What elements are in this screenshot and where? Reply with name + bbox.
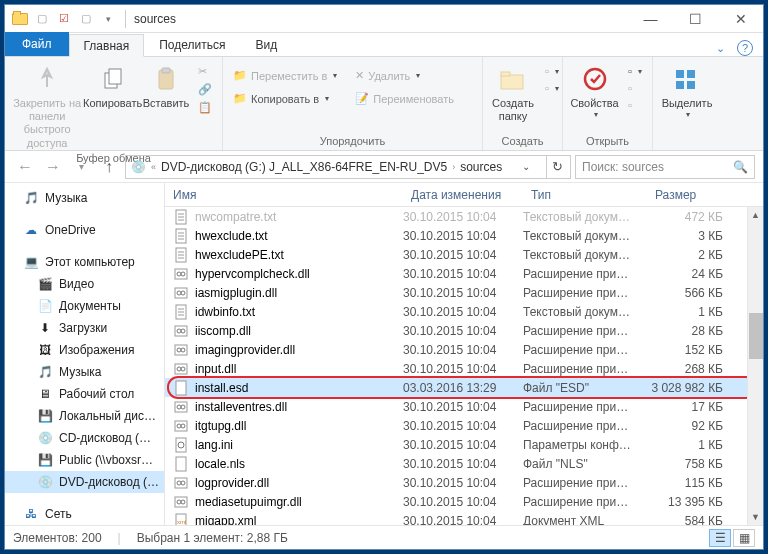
shortcut-icon: 📋 [198,101,212,114]
tree-cd[interactable]: 💿CD-дисковод (… [5,427,164,449]
file-row[interactable]: iiscomp.dll30.10.2015 10:04Расширение пр… [165,321,763,340]
tree-pictures[interactable]: 🖼Изображения [5,339,164,361]
svg-rect-9 [676,81,684,89]
music-icon: 🎵 [37,364,53,380]
maximize-button[interactable]: ☐ [673,5,718,33]
scroll-up-icon[interactable]: ▲ [748,207,763,223]
file-name: mediasetupuimgr.dll [195,495,302,509]
qat-properties-icon[interactable]: ▢ [33,10,51,28]
delete-icon: ✕ [355,69,364,82]
tab-share[interactable]: Поделиться [144,33,240,56]
file-row[interactable]: mediasetupuimgr.dll30.10.2015 10:04Расши… [165,492,763,511]
group-organize-label: Упорядочить [229,133,476,150]
file-row[interactable]: installeventres.dll30.10.2015 10:04Расши… [165,397,763,416]
scroll-thumb[interactable] [749,313,763,359]
file-row[interactable]: hwexcludePE.txt30.10.2015 10:04Текстовый… [165,245,763,264]
file-name: installeventres.dll [195,400,287,414]
tab-view[interactable]: Вид [240,33,292,56]
file-row[interactable]: locale.nls30.10.2015 10:04Файл "NLS"758 … [165,454,763,473]
col-name[interactable]: Имя [165,188,403,202]
tree-dvd[interactable]: 💿DVD-дисковод (… [5,471,164,493]
qat-dropdown-icon[interactable]: ▾ [99,10,117,28]
tree-network[interactable]: 🖧Сеть [5,503,164,525]
help-icon[interactable]: ? [737,40,753,56]
tree-onedrive[interactable]: ☁OneDrive [5,219,164,241]
file-list-panel: Имя Дата изменения Тип Размер nwcompatre… [165,183,763,525]
file-icon [173,228,189,244]
chevron-right-icon[interactable]: › [450,162,457,172]
file-row[interactable]: imagingprovider.dll30.10.2015 10:04Расши… [165,340,763,359]
tree-desktop[interactable]: 🖥Рабочий стол [5,383,164,405]
view-details-button[interactable]: ☰ [709,529,731,547]
file-row[interactable]: iasmigplugin.dll30.10.2015 10:04Расширен… [165,283,763,302]
downloads-icon: ⬇ [37,320,53,336]
search-input[interactable]: Поиск: sources 🔍 [575,155,755,179]
nav-tree[interactable]: 🎵Музыка ☁OneDrive 💻Этот компьютер 🎬Видео… [5,183,165,525]
network-drive-icon: 💾 [37,452,53,468]
address-bar[interactable]: 💿 « DVD-дисковод (G:) J_ALL_X86-64FRE_EN… [125,155,571,179]
file-icon: xml [173,513,189,526]
file-date: 30.10.2015 10:04 [403,419,523,433]
rename-icon: 📝 [355,92,369,105]
tab-file[interactable]: Файл [5,32,69,56]
address-dropdown-icon[interactable]: ⌄ [515,156,537,178]
column-headers[interactable]: Имя Дата изменения Тип Размер [165,183,763,207]
open-button[interactable]: ▫▾ [624,63,646,79]
tree-music2[interactable]: 🎵Музыка [5,361,164,383]
file-date: 30.10.2015 10:04 [403,305,523,319]
col-size[interactable]: Размер [647,188,763,202]
file-row[interactable]: xmlmigapp.xml30.10.2015 10:04Документ XM… [165,511,763,525]
recent-dropdown-icon[interactable]: ▾ [69,155,93,179]
qat-check-icon[interactable]: ☑ [55,10,73,28]
scrollbar[interactable]: ▲ ▼ [747,207,763,525]
properties-button[interactable]: Свойства▾ [569,59,620,120]
back-button[interactable]: ← [13,155,37,179]
file-name: install.esd [195,381,248,395]
file-row[interactable]: nwcompatre.txt30.10.2015 10:04Текстовый … [165,207,763,226]
file-list[interactable]: nwcompatre.txt30.10.2015 10:04Текстовый … [165,207,763,525]
tree-music[interactable]: 🎵Музыка [5,187,164,209]
copy-icon [101,63,125,95]
view-icons-button[interactable]: ▦ [733,529,755,547]
collapse-ribbon-icon[interactable]: ⌄ [716,42,725,55]
select-button[interactable]: Выделить▾ [659,59,715,120]
file-row[interactable]: itgtupg.dll30.10.2015 10:04Расширение пр… [165,416,763,435]
file-row[interactable]: input.dll30.10.2015 10:04Расширение при…… [165,359,763,378]
tab-home[interactable]: Главная [69,34,145,57]
refresh-button[interactable]: ↻ [546,156,568,178]
file-row[interactable]: hypervcomplcheck.dll30.10.2015 10:04Расш… [165,264,763,283]
scroll-down-icon[interactable]: ▼ [748,509,763,525]
history-button: ▫ [624,97,646,113]
tree-local[interactable]: 💾Локальный дис… [5,405,164,427]
col-date[interactable]: Дата изменения [403,188,523,202]
file-size: 24 КБ [647,267,763,281]
copy-to-button[interactable]: 📁Копировать в▾ [229,90,341,107]
status-count: Элементов: 200 [13,531,102,545]
address-bar-row: ← → ▾ ↑ 💿 « DVD-дисковод (G:) J_ALL_X86-… [5,151,763,183]
file-date: 30.10.2015 10:04 [403,476,523,490]
up-button[interactable]: ↑ [97,155,121,179]
svg-rect-10 [687,81,695,89]
titlebar: ▢ ☑ ▢ ▾ sources ― ☐ ✕ [5,5,763,33]
file-row[interactable]: hwexclude.txt30.10.2015 10:04Текстовый д… [165,226,763,245]
file-row[interactable]: idwbinfo.txt30.10.2015 10:04Текстовый до… [165,302,763,321]
breadcrumb-drive[interactable]: DVD-дисковод (G:) J_ALL_X86-64FRE_EN-RU_… [158,160,450,174]
file-row[interactable]: lang.ini30.10.2015 10:04Параметры конф…1… [165,435,763,454]
file-name: iiscomp.dll [195,324,251,338]
breadcrumb-folder[interactable]: sources [457,160,505,174]
col-type[interactable]: Тип [523,188,647,202]
tree-videos[interactable]: 🎬Видео [5,273,164,295]
file-row[interactable]: install.esd03.03.2016 13:29Файл "ESD"3 0… [165,378,763,397]
file-row[interactable]: logprovider.dll30.10.2015 10:04Расширени… [165,473,763,492]
tree-documents[interactable]: 📄Документы [5,295,164,317]
minimize-button[interactable]: ― [628,5,673,33]
close-button[interactable]: ✕ [718,5,763,33]
tree-public[interactable]: 💾Public (\\vboxsr… [5,449,164,471]
copy-button[interactable]: Копировать [87,59,138,110]
tree-downloads[interactable]: ⬇Загрузки [5,317,164,339]
qat-new-icon[interactable]: ▢ [77,10,95,28]
tree-thispc[interactable]: 💻Этот компьютер [5,251,164,273]
chevron-right-icon[interactable]: « [149,162,158,172]
file-name: lang.ini [195,438,233,452]
file-date: 30.10.2015 10:04 [403,267,523,281]
